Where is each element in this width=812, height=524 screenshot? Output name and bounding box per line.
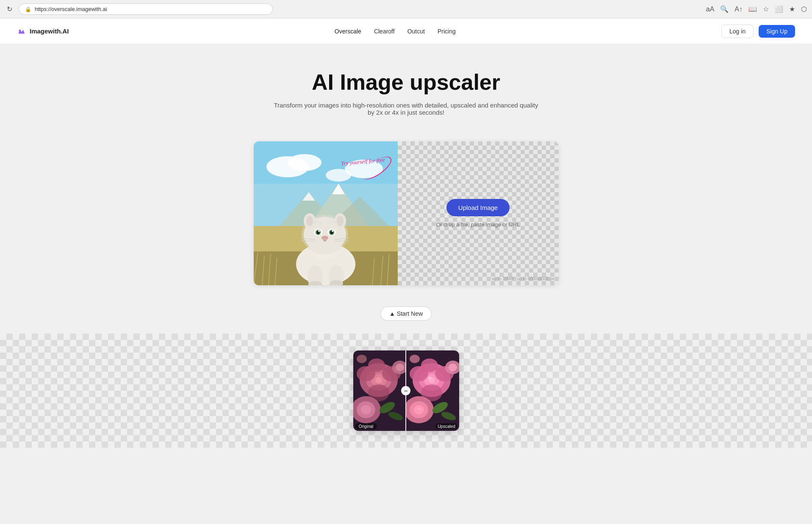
bookmarks-icon[interactable]: 📖 — [748, 5, 757, 13]
svg-point-42 — [321, 236, 328, 240]
address-bar[interactable]: 🔒 https://overscale.imagewith.ai — [19, 3, 273, 15]
nav-link-outcut[interactable]: Outcut — [407, 28, 425, 35]
start-new-section: ▲ Start New — [0, 294, 812, 334]
translate-icon[interactable]: aA — [706, 6, 715, 13]
svg-text:Original: Original — [358, 424, 373, 429]
svg-text:Upscaled: Upscaled — [438, 424, 455, 429]
reload-button[interactable]: ↻ — [5, 5, 14, 14]
upload-button[interactable]: Upload Image — [446, 199, 510, 216]
reader-icon[interactable]: A↑ — [734, 6, 743, 13]
nav-link-overscale[interactable]: Overscale — [335, 28, 361, 35]
nav-links: Overscale Clearoff Outcut Pricing — [335, 28, 456, 35]
hero-subtitle: Transform your images into high-resoluti… — [271, 102, 542, 116]
signup-button[interactable]: Sign Up — [759, 25, 795, 38]
svg-point-83 — [418, 408, 421, 410]
svg-point-56 — [368, 359, 385, 372]
hero-title: AI Image upscaler — [8, 69, 804, 95]
svg-point-33 — [337, 216, 344, 226]
hero-section: AI Image upscaler Transform your images … — [0, 44, 812, 133]
svg-point-72 — [421, 359, 438, 372]
site-logo[interactable]: Imagewith.AI — [17, 27, 69, 36]
extensions-icon[interactable]: ⬡ — [801, 5, 807, 13]
svg-point-4 — [288, 154, 321, 171]
svg-point-64 — [396, 364, 404, 371]
navigation: Imagewith.AI Overscale Clearoff Outcut P… — [0, 19, 812, 44]
svg-point-0 — [19, 30, 20, 31]
search-icon[interactable]: 🔍 — [720, 5, 729, 13]
svg-point-82 — [427, 376, 432, 380]
upload-container: Try yourself for free Upload Image Or dr… — [254, 141, 559, 285]
svg-point-53 — [375, 377, 382, 383]
page-wrapper: Imagewith.AI Overscale Clearoff Outcut P… — [0, 19, 812, 448]
drop-hint: Or drop a file, paste image or URL — [436, 221, 520, 228]
svg-point-41 — [332, 230, 333, 232]
sample-image: Try yourself for free — [254, 141, 398, 285]
svg-point-60 — [361, 405, 371, 414]
svg-point-80 — [449, 364, 457, 371]
upload-section: Try yourself for free Upload Image Or dr… — [0, 133, 812, 294]
browser-toolbar-right: aA 🔍 A↑ 📖 ☆ ⬜ ★ ⬡ — [706, 5, 807, 13]
browser-controls: ↻ — [5, 5, 14, 14]
profiles-icon[interactable]: ★ — [789, 5, 795, 13]
nav-link-pricing[interactable]: Pricing — [438, 28, 456, 35]
upload-limits: up to 10MB · up to 6000x6000 px — [492, 276, 554, 281]
sidebar-icon[interactable]: ⬜ — [775, 5, 783, 13]
svg-point-81 — [410, 355, 420, 363]
favorites-icon[interactable]: ☆ — [763, 5, 769, 13]
comparison-container: ⇔ Original Upscaled — [353, 350, 459, 431]
nav-link-clearoff[interactable]: Clearoff — [374, 28, 395, 35]
logo-text: Imagewith.AI — [30, 28, 69, 35]
drop-area[interactable]: Upload Image Or drop a file, paste image… — [398, 141, 559, 285]
lower-section: ⇔ Original Upscaled — [0, 334, 812, 448]
svg-point-32 — [306, 216, 313, 226]
browser-chrome: ↻ 🔒 https://overscale.imagewith.ai aA 🔍 … — [0, 0, 812, 19]
svg-text:⇔: ⇔ — [404, 389, 407, 393]
url-text: https://overscale.imagewith.ai — [35, 6, 107, 12]
nav-auth: Log in Sign Up — [721, 25, 795, 38]
start-new-button[interactable]: ▲ Start New — [380, 306, 432, 321]
svg-point-65 — [357, 355, 367, 363]
login-button[interactable]: Log in — [721, 25, 754, 38]
logo-icon — [17, 27, 26, 36]
svg-point-40 — [318, 230, 320, 232]
lock-icon: 🔒 — [25, 6, 31, 12]
